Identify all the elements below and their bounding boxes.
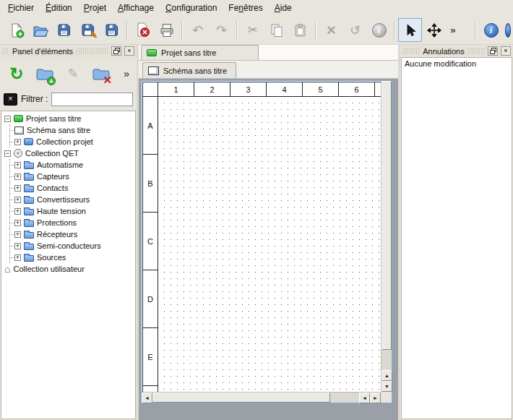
tree-item[interactable]: +Capteurs bbox=[1, 171, 135, 182]
close-dock-button[interactable]: × bbox=[124, 46, 134, 56]
save-file-button[interactable] bbox=[52, 18, 76, 42]
save-as-button[interactable]: ✎ bbox=[76, 18, 100, 42]
menu-projet[interactable]: Projet bbox=[78, 1, 112, 15]
scroll-up-button[interactable]: ▲ bbox=[381, 370, 392, 381]
scroll-down-button[interactable]: ▼ bbox=[381, 381, 392, 392]
menu-configuration[interactable]: Configuration bbox=[160, 1, 223, 15]
expand-icon[interactable]: + bbox=[14, 197, 21, 203]
expand-icon[interactable]: + bbox=[14, 173, 21, 180]
close-icon: × bbox=[127, 48, 131, 54]
elements-panel-title: Panel d'éléments bbox=[12, 47, 73, 56]
ruler-column-label: 3 bbox=[230, 82, 267, 96]
close-dock-button[interactable]: × bbox=[501, 46, 511, 56]
chevron-right-icon: » bbox=[450, 25, 455, 35]
ruler-column-label: 4 bbox=[267, 82, 303, 96]
horizontal-scrollbar[interactable]: ◄ ◄ ► bbox=[142, 392, 381, 403]
menu-aide[interactable]: Aide bbox=[269, 1, 298, 15]
tree-item[interactable]: ⌂Collection utilisateur bbox=[1, 263, 135, 275]
tree-guide bbox=[4, 171, 14, 182]
tree-item[interactable]: +Automatisme bbox=[1, 159, 135, 171]
move-tool-button[interactable] bbox=[422, 18, 446, 42]
cut-button[interactable]: ✂ bbox=[241, 18, 264, 42]
vscroll-thumb[interactable] bbox=[381, 81, 392, 350]
info-blue-icon: i bbox=[484, 23, 499, 38]
new-collection-button[interactable]: + bbox=[33, 61, 57, 86]
float-dock-button[interactable] bbox=[488, 46, 498, 56]
copy-button[interactable] bbox=[264, 18, 288, 42]
close-icon: × bbox=[504, 48, 507, 54]
delete-button[interactable]: × bbox=[319, 18, 343, 42]
diagram-canvas[interactable] bbox=[158, 97, 381, 392]
undo-dock-titlebar[interactable]: Annulations × bbox=[400, 45, 513, 57]
expand-icon[interactable]: + bbox=[14, 139, 21, 145]
tab-schema[interactable]: Schéma sans titre bbox=[142, 62, 236, 78]
ruler-left: ABCDE bbox=[143, 97, 158, 392]
expand-icon[interactable]: + bbox=[14, 243, 21, 249]
vertical-scrollbar[interactable]: ▲ ▼ bbox=[381, 81, 392, 392]
filter-input[interactable] bbox=[51, 93, 133, 106]
menu-affichage[interactable]: Affichage bbox=[112, 1, 160, 15]
collapse-icon[interactable]: − bbox=[4, 116, 11, 122]
scroll-left-button[interactable]: ◄ bbox=[142, 393, 152, 403]
tree-item[interactable]: Schéma sans titre bbox=[1, 124, 135, 136]
expand-icon[interactable]: + bbox=[14, 208, 21, 215]
vscroll-track[interactable] bbox=[381, 81, 392, 370]
toolbar-overflow-button[interactable]: » bbox=[446, 18, 460, 42]
filter-label: Filtrer : bbox=[21, 94, 48, 104]
tree-item[interactable]: −Projet sans titre bbox=[1, 113, 135, 124]
menu-fichier[interactable]: Fichier bbox=[2, 1, 40, 15]
plus-overlay-icon: + bbox=[47, 77, 56, 85]
hscroll-thumb[interactable] bbox=[152, 393, 330, 403]
pointer-arrow-icon bbox=[403, 23, 418, 38]
about-button[interactable]: i bbox=[479, 18, 503, 42]
open-file-button[interactable] bbox=[28, 18, 52, 42]
tree-item[interactable]: +Contacts bbox=[1, 182, 135, 194]
tree-item-label: Contacts bbox=[37, 184, 68, 192]
undo-history-list[interactable]: Aucune modification bbox=[401, 57, 512, 419]
folder-icon bbox=[24, 197, 34, 204]
tree-item[interactable]: +Récepteurs bbox=[1, 228, 135, 240]
float-icon bbox=[490, 48, 496, 54]
edit-collection-button[interactable]: ✎ bbox=[61, 61, 85, 86]
tab-project[interactable]: Projet sans titre bbox=[141, 45, 259, 60]
expand-icon[interactable]: + bbox=[14, 231, 21, 238]
reload-collections-button[interactable]: ↻ bbox=[4, 61, 29, 86]
tree-item[interactable]: +Sources bbox=[1, 252, 135, 263]
paste-button[interactable] bbox=[288, 18, 312, 42]
new-file-button[interactable] bbox=[4, 18, 28, 42]
expand-icon[interactable]: + bbox=[14, 220, 21, 226]
tree-item[interactable]: +Convertisseurs bbox=[1, 194, 135, 205]
select-tool-button[interactable] bbox=[398, 18, 422, 42]
clipped-toolbar-button[interactable] bbox=[504, 18, 512, 42]
tree-item[interactable]: −×Collection QET bbox=[1, 147, 135, 159]
hscroll-track[interactable] bbox=[152, 393, 359, 403]
menu-edition[interactable]: Édition bbox=[40, 1, 78, 15]
delete-collection-button[interactable]: ✕ bbox=[89, 61, 113, 86]
expand-icon[interactable]: + bbox=[14, 254, 21, 261]
diagram-view[interactable]: 123456 ABCDE ▲ ▼ ◄ bbox=[140, 80, 393, 404]
clear-filter-button[interactable]: × bbox=[4, 93, 17, 106]
print-button[interactable] bbox=[155, 18, 178, 42]
redo-button[interactable]: ↷ bbox=[210, 18, 233, 42]
scroll-left-button-2[interactable]: ◄ bbox=[359, 393, 370, 403]
folder-icon bbox=[24, 232, 34, 239]
undo-button[interactable]: ↶ bbox=[186, 18, 210, 42]
diagram-sheet: 123456 ABCDE bbox=[142, 82, 381, 392]
tree-item[interactable]: +Collection projet bbox=[1, 136, 135, 147]
save-all-button[interactable] bbox=[100, 18, 124, 42]
close-file-button[interactable] bbox=[131, 18, 155, 42]
tree-item[interactable]: +Protections bbox=[1, 217, 135, 228]
panel-overflow-button[interactable]: » bbox=[121, 67, 132, 81]
tree-item[interactable]: +Semi-conducteurs bbox=[1, 240, 135, 252]
float-dock-button[interactable] bbox=[111, 46, 121, 56]
menu-fenetres[interactable]: Fenêtres bbox=[223, 1, 268, 15]
expand-icon[interactable]: + bbox=[14, 185, 21, 192]
scroll-right-button[interactable]: ► bbox=[370, 393, 381, 403]
elements-panel-titlebar[interactable]: Panel d'éléments × bbox=[0, 45, 137, 57]
collapse-icon[interactable]: − bbox=[4, 150, 11, 157]
diagram-info-button[interactable]: i bbox=[367, 18, 391, 42]
tree-item[interactable]: +Haute tension bbox=[1, 205, 135, 217]
tree-guide bbox=[4, 159, 14, 171]
rotate-button[interactable]: ↺ bbox=[343, 18, 367, 42]
expand-icon[interactable]: + bbox=[14, 162, 21, 168]
